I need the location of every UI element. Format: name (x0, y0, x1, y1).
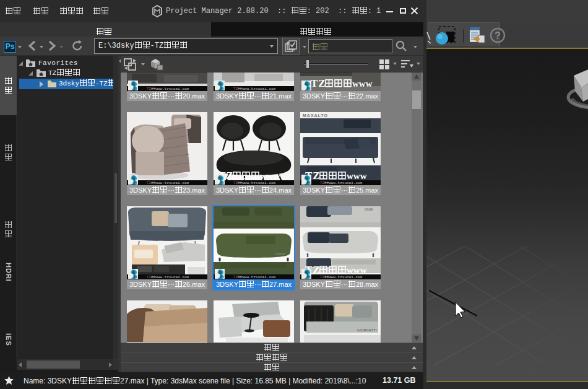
svg-text:GIORGETTI: GIORGETTI (357, 328, 377, 332)
svg-text:Rutland: Rutland (275, 252, 285, 255)
svg-text:CASA: CASA (365, 208, 373, 211)
svg-text:MAXALTO: MAXALTO (303, 113, 328, 118)
svg-text:?: ? (495, 30, 501, 41)
